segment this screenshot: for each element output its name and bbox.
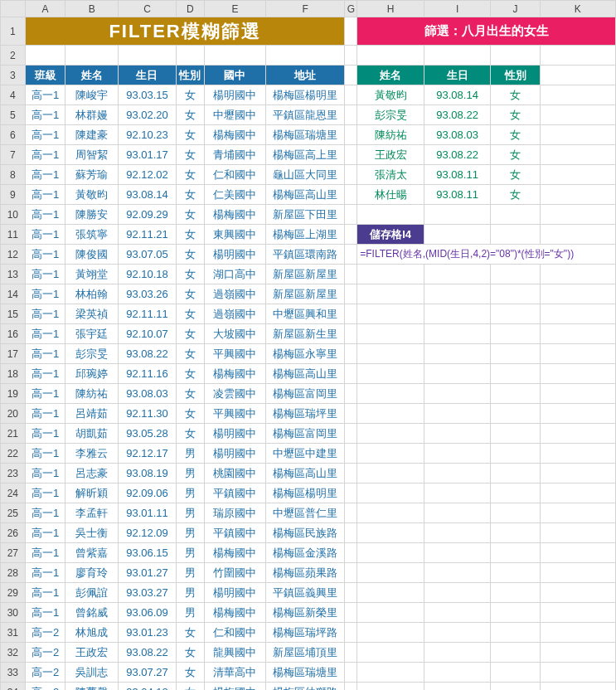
col-header-C[interactable]: C — [119, 1, 177, 17]
row-header-15[interactable]: 15 — [1, 304, 26, 324]
cell-date[interactable]: 93.08.19 — [119, 464, 177, 483]
cell-gender[interactable]: 女 — [176, 364, 204, 384]
row-header-25[interactable]: 25 — [1, 503, 26, 523]
row-header-29[interactable]: 29 — [1, 583, 26, 603]
cell-school[interactable]: 平鎮國中 — [204, 523, 265, 543]
cell-class[interactable]: 高一1 — [25, 583, 65, 603]
cell-class[interactable]: 高一1 — [25, 483, 65, 503]
row-header-6[interactable]: 6 — [1, 125, 26, 145]
col-header-I[interactable]: I — [424, 1, 491, 17]
cell-addr[interactable]: 平鎮區義興里 — [266, 583, 345, 603]
cell-class[interactable]: 高一1 — [25, 245, 65, 265]
cell-school[interactable]: 平鎮國中 — [204, 483, 265, 503]
formula-cell[interactable]: =FILTER(姓名,(MID(生日,4,2)="08")*(性別="女")) — [357, 245, 616, 265]
cell-class[interactable]: 高一1 — [25, 145, 65, 165]
cell-school[interactable]: 東興國中 — [204, 225, 265, 245]
cell-addr[interactable]: 楊梅區新榮里 — [266, 603, 345, 623]
cell-class[interactable]: 高一1 — [25, 503, 65, 523]
row-header-27[interactable]: 27 — [1, 543, 26, 563]
filter-name[interactable]: 張清太 — [357, 165, 424, 185]
cell-name[interactable]: 梁英禎 — [65, 304, 119, 324]
cell-name[interactable]: 陳俊國 — [65, 245, 119, 265]
cell-addr[interactable]: 平鎮區環南路 — [266, 245, 345, 265]
row-header-24[interactable]: 24 — [1, 483, 26, 503]
col-header-G[interactable]: G — [345, 1, 357, 17]
col-header-D[interactable]: D — [176, 1, 204, 17]
cell-school[interactable]: 仁美國中 — [204, 185, 265, 205]
cell-addr[interactable]: 楊梅區高山里 — [266, 464, 345, 483]
cell-school[interactable]: 仁和國中 — [204, 165, 265, 185]
cell-class[interactable]: 高一1 — [25, 603, 65, 623]
cell-gender[interactable]: 女 — [176, 623, 204, 643]
cell-name[interactable]: 胡凱茹 — [65, 424, 119, 444]
cell-date[interactable]: 92.11.11 — [119, 304, 177, 324]
cell-gender[interactable]: 女 — [176, 205, 204, 225]
cell-date[interactable]: 93.01.27 — [119, 563, 177, 583]
cell-addr[interactable]: 楊梅區金溪路 — [266, 543, 345, 563]
cell-class[interactable]: 高一1 — [25, 404, 65, 424]
cell-gender[interactable]: 男 — [176, 583, 204, 603]
row-header-20[interactable]: 20 — [1, 404, 26, 424]
cell-school[interactable]: 大坡國中 — [204, 324, 265, 344]
cell-gender[interactable]: 女 — [176, 225, 204, 245]
cell-gender[interactable]: 女 — [176, 424, 204, 444]
cell-class[interactable]: 高一1 — [25, 444, 65, 464]
cell-date[interactable]: 93.06.09 — [119, 603, 177, 623]
cell-name[interactable]: 呂靖茹 — [65, 404, 119, 424]
cell-date[interactable]: 93.03.15 — [119, 85, 177, 105]
filter-name[interactable]: 王政宏 — [357, 145, 424, 165]
cell-name[interactable]: 陳夢馨 — [65, 683, 119, 691]
cell-class[interactable]: 高一2 — [25, 623, 65, 643]
cell-class[interactable]: 高一1 — [25, 563, 65, 583]
cell-date[interactable]: 92.12.02 — [119, 165, 177, 185]
cell-addr[interactable]: 楊梅區蘋果路 — [266, 563, 345, 583]
row-header-9[interactable]: 9 — [1, 185, 26, 205]
row-header-32[interactable]: 32 — [1, 643, 26, 663]
row-header-28[interactable]: 28 — [1, 563, 26, 583]
filter-date[interactable]: 93.08.22 — [424, 145, 491, 165]
cell-name[interactable]: 陳建豪 — [65, 125, 119, 145]
cell-addr[interactable]: 新屋區新屋里 — [266, 265, 345, 284]
filter-gender[interactable]: 女 — [491, 165, 540, 185]
cell-gender[interactable]: 男 — [176, 603, 204, 623]
cell-name[interactable]: 周智絜 — [65, 145, 119, 165]
cell-addr[interactable]: 新屋區新屋里 — [266, 284, 345, 304]
col-header-F[interactable]: F — [266, 1, 345, 17]
cell-addr[interactable]: 楊梅區永寧里 — [266, 344, 345, 364]
cell-name[interactable]: 黃敬昀 — [65, 185, 119, 205]
cell-addr[interactable]: 楊梅區上湖里 — [266, 225, 345, 245]
cell-class[interactable]: 高一1 — [25, 424, 65, 444]
cell-class[interactable]: 高一1 — [25, 543, 65, 563]
cell-class[interactable]: 高一1 — [25, 205, 65, 225]
cell-class[interactable]: 高一1 — [25, 304, 65, 324]
row-header-19[interactable]: 19 — [1, 384, 26, 404]
row-header-5[interactable]: 5 — [1, 105, 26, 125]
cell-school[interactable]: 龍興國中 — [204, 643, 265, 663]
cell-gender[interactable]: 女 — [176, 663, 204, 683]
row-header-33[interactable]: 33 — [1, 663, 26, 683]
cell-addr[interactable]: 楊梅區富岡里 — [266, 424, 345, 444]
cell-addr[interactable]: 平鎮區龍恩里 — [266, 105, 345, 125]
col-header-A[interactable]: A — [25, 1, 65, 17]
cell-school[interactable]: 楊梅國中 — [204, 683, 265, 691]
row-header-23[interactable]: 23 — [1, 464, 26, 483]
cell-class[interactable]: 高一1 — [25, 464, 65, 483]
cell-school[interactable]: 楊明國中 — [204, 444, 265, 464]
cell-class[interactable]: 高一1 — [25, 165, 65, 185]
row-header-3[interactable]: 3 — [1, 66, 26, 85]
cell-gender[interactable]: 女 — [176, 165, 204, 185]
cell-gender[interactable]: 男 — [176, 563, 204, 583]
cell-name[interactable]: 黃翊堂 — [65, 265, 119, 284]
cell-name[interactable]: 呂志豪 — [65, 464, 119, 483]
cell-gender[interactable]: 女 — [176, 384, 204, 404]
cell-class[interactable]: 高一1 — [25, 105, 65, 125]
cell-name[interactable]: 張筑寧 — [65, 225, 119, 245]
cell-class[interactable]: 高一1 — [25, 384, 65, 404]
cell-addr[interactable]: 楊梅區瑞坪里 — [266, 404, 345, 424]
row-header-18[interactable]: 18 — [1, 364, 26, 384]
cell-class[interactable]: 高一1 — [25, 85, 65, 105]
filter-date[interactable]: 93.08.11 — [424, 165, 491, 185]
row-header-12[interactable]: 12 — [1, 245, 26, 265]
cell-gender[interactable]: 男 — [176, 523, 204, 543]
cell-addr[interactable]: 楊梅區瑞坪路 — [266, 623, 345, 643]
